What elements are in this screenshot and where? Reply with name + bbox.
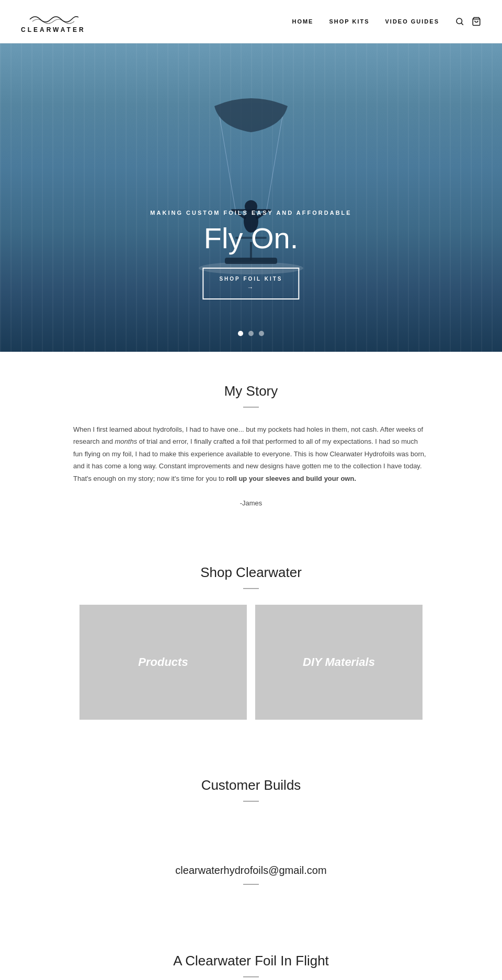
logo-wave-icon — [27, 9, 79, 25]
nav-home[interactable]: HOME — [292, 18, 313, 25]
shop-cards-container: Products DIY Materials — [21, 605, 481, 720]
logo-text: CLEARWATER — [21, 26, 86, 33]
hero-title: Fly On. — [150, 221, 351, 255]
svg-line-13 — [267, 117, 282, 210]
story-author: -James — [21, 499, 481, 507]
hero-subtitle: MAKING CUSTOM FOILS EASY AND AFFORDABLE — [150, 210, 351, 216]
email-address[interactable]: clearwaterhydrofoils@gmail.com — [21, 864, 481, 877]
cart-icon[interactable] — [472, 17, 481, 26]
email-section: clearwaterhydrofoils@gmail.com — [0, 838, 502, 927]
email-divider — [243, 884, 259, 885]
hero-dot-1[interactable] — [238, 331, 243, 336]
story-title: My Story — [21, 383, 481, 399]
hero-dot-3[interactable] — [259, 331, 264, 336]
hero-dot-2[interactable] — [248, 331, 254, 336]
story-section: My Story When I first learned about hydr… — [0, 352, 502, 538]
diy-materials-card-label: DIY Materials — [303, 655, 375, 669]
flight-section: A Clearwater Foil In Flight — [0, 927, 502, 980]
story-divider — [243, 407, 259, 408]
products-card[interactable]: Products — [79, 605, 247, 720]
shop-foil-kits-button[interactable]: SHOP FOIL KITS → — [202, 268, 299, 299]
diy-materials-card[interactable]: DIY Materials — [255, 605, 423, 720]
customer-builds-title: Customer Builds — [21, 777, 481, 793]
products-card-label: Products — [138, 655, 188, 669]
hero-btn-label: SHOP FOIL KITS — [219, 276, 282, 282]
svg-line-1 — [461, 23, 463, 25]
hero-section: MAKING CUSTOM FOILS EASY AND AFFORDABLE … — [0, 43, 502, 352]
customer-builds-divider — [243, 801, 259, 802]
shop-divider — [243, 588, 259, 589]
shop-section: Shop Clearwater Products DIY Materials — [0, 538, 502, 746]
flight-divider — [243, 976, 259, 977]
search-icon[interactable] — [455, 17, 464, 26]
main-nav: HOME SHOP KITS VIDEO GUIDES — [292, 17, 481, 26]
svg-point-0 — [457, 18, 462, 24]
logo[interactable]: CLEARWATER — [21, 9, 86, 33]
shop-title: Shop Clearwater — [21, 564, 481, 581]
hero-btn-arrow: → — [219, 284, 282, 291]
nav-video-guides[interactable]: VIDEO GUIDES — [385, 18, 439, 25]
story-paragraph: When I first learned about hydrofoils, I… — [73, 423, 429, 485]
svg-line-12 — [220, 117, 235, 210]
flight-title: A Clearwater Foil In Flight — [21, 953, 481, 969]
site-header: CLEARWATER HOME SHOP KITS VIDEO GUIDES — [0, 0, 502, 43]
hero-content: MAKING CUSTOM FOILS EASY AND AFFORDABLE … — [150, 210, 351, 299]
nav-icon-group — [455, 17, 481, 26]
hero-dots — [238, 331, 264, 336]
customer-builds-section: Customer Builds — [0, 746, 502, 838]
nav-shop-kits[interactable]: SHOP KITS — [329, 18, 369, 25]
